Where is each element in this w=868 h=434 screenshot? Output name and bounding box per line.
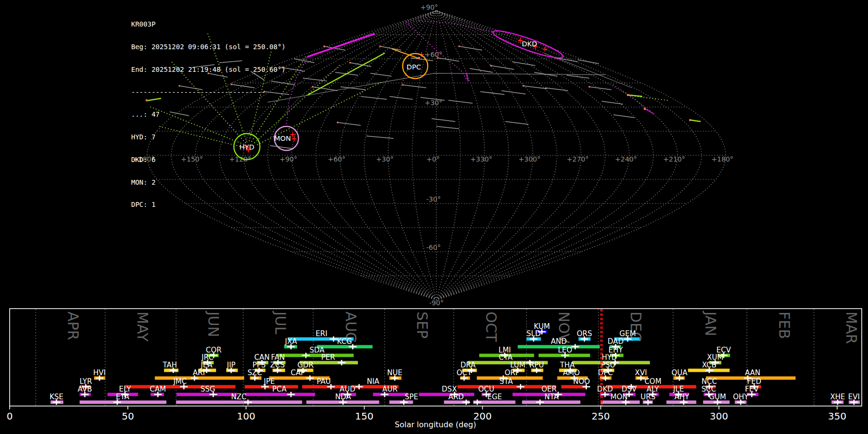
shower-code-label: NTA (544, 393, 559, 401)
shower-kse: KSE (50, 393, 64, 405)
x-tick-label: 0 (7, 410, 13, 422)
month-label-jan: JAN (702, 311, 719, 336)
shower-code-label: ETA (116, 393, 129, 401)
shower-cam: CAM (150, 385, 166, 397)
trail-begin-tick (490, 65, 492, 67)
shower-code-label: MON (610, 393, 628, 401)
shower-code-label: QUA (671, 368, 688, 377)
timeline-panel: APRMAYJUNJULAUGSEPOCTNOVDECJANFEBMARKUME… (7, 309, 862, 429)
trail-begin-tick (312, 86, 313, 88)
shower-code-label: ZCS (270, 361, 285, 369)
begin-line: Beg: 20251202 09:06:31 (sol = 250.08°) (131, 43, 285, 51)
radiant-point-marker (292, 136, 297, 141)
x-tick-label: 300 (710, 410, 728, 422)
x-axis: 050100150200250300350Solar longitude (de… (7, 406, 847, 429)
shower-code-label: NDA (335, 393, 352, 401)
shower-code-label: JMC (173, 377, 187, 386)
shower-code-label: XVI (635, 368, 647, 377)
shower-xcb: XCB (688, 361, 730, 373)
peak-marker (302, 353, 310, 358)
count-dkd: DKD: 6 (131, 156, 285, 164)
sporadic-trail (303, 78, 327, 81)
sporadic-trail (545, 88, 568, 91)
radiant-point-marker (542, 47, 547, 52)
magenta-trail (645, 109, 654, 114)
trail-begin-tick (418, 57, 420, 59)
shower-code-label: NOO (573, 377, 590, 386)
shower-code-label: ORI (504, 368, 517, 377)
shower-code-label: KSE (50, 393, 64, 401)
shower-code-label: XCB (702, 361, 717, 369)
lat-label: -60° (426, 244, 441, 251)
shower-ohy: OHY (733, 393, 749, 405)
count-mon: MON: 2 (131, 179, 285, 187)
info-block: KR003P Beg: 20251202 09:06:31 (sol = 250… (131, 6, 285, 224)
shower-code-label: DAD (608, 337, 624, 346)
sporadic-trail (390, 96, 413, 99)
shower-evi: EVI (848, 393, 860, 405)
shower-code-label: AUR (382, 385, 398, 393)
radiant-label-dpc: DPC (407, 63, 421, 71)
count-hyd: HYD: 7 (131, 134, 285, 141)
sporadic-trail (578, 60, 599, 64)
shower-code-label: EGE (488, 393, 502, 401)
sporadic-trail (602, 101, 623, 104)
shower-avb: AVB (78, 385, 92, 397)
shower-szc: SZC (247, 368, 262, 381)
shower-code-label: HVI (93, 368, 106, 377)
trail-begin-tick (437, 57, 439, 59)
pole-label-south: -90° (429, 299, 444, 307)
sporadic-trail (436, 126, 459, 129)
x-tick-label: 100 (237, 410, 255, 422)
shower-qua: QUA (671, 368, 688, 381)
shower-code-label: KCG (337, 337, 352, 346)
shower-code-label: URS (640, 393, 655, 401)
shower-code-label: PER (321, 353, 335, 362)
shower-code-label: ERI (316, 329, 327, 338)
figure-canvas: +90°-90°+60°+30°-30°-60°+180°+150°+120°+… (0, 0, 868, 434)
lat-label: -30° (426, 195, 441, 203)
separator: --------------------------------- (131, 89, 285, 96)
shower-code-label: SLD (527, 329, 541, 338)
month-label-apr: APR (65, 312, 81, 340)
shower-code-label: NUE (387, 368, 403, 377)
peak-marker (355, 384, 363, 390)
shower-code-label: TAH (163, 361, 177, 369)
sporadic-trail (448, 100, 473, 103)
shower-code-label: CAP (291, 368, 305, 377)
peak-marker (306, 376, 314, 381)
trail-begin-tick (459, 46, 460, 47)
x-tick-label: 350 (828, 410, 846, 422)
trail-begin-tick (644, 108, 646, 110)
shower-code-label: NZC (231, 393, 246, 401)
month-label-may: MAY (134, 312, 151, 342)
shower-code-label: AVB (78, 385, 92, 393)
shower-code-label: JIP (226, 361, 235, 369)
shower-nda: NDA (306, 393, 379, 405)
shower-ors: ORS (577, 329, 592, 342)
peak-marker (474, 400, 481, 405)
shower-hvi: HVI (93, 368, 106, 381)
trail-begin-tick (589, 86, 590, 88)
trail-begin-tick (324, 46, 325, 47)
station-id: KR003P (131, 21, 285, 28)
sporadic-trail (502, 91, 526, 94)
sporadic-trail (380, 46, 401, 50)
shower-code-label: PCA (272, 385, 287, 393)
radiant-label-dkd: DKD (522, 40, 537, 48)
meteor-activity-figure: +90°-90°+60°+30°-30°-60°+180°+150°+120°+… (0, 0, 868, 434)
shower-jip: JIP (226, 361, 238, 373)
shower-code-label: AMO (563, 368, 580, 377)
x-tick-label: 150 (355, 410, 373, 422)
sporadic-trail (459, 46, 482, 50)
shower-code-label: SSG (201, 385, 216, 393)
shower-tah: TAH (163, 361, 179, 373)
shower-code-label: OHY (733, 393, 749, 401)
shower-code-label: XHE (830, 393, 845, 401)
magenta-trail-dotted (418, 21, 492, 32)
pole-label-north: +90° (420, 3, 438, 11)
sporadic-trail (403, 85, 426, 88)
sporadic-trail (361, 96, 387, 99)
shower-code-label: ARD (448, 393, 464, 401)
shower-code-label: AHY (674, 393, 690, 401)
